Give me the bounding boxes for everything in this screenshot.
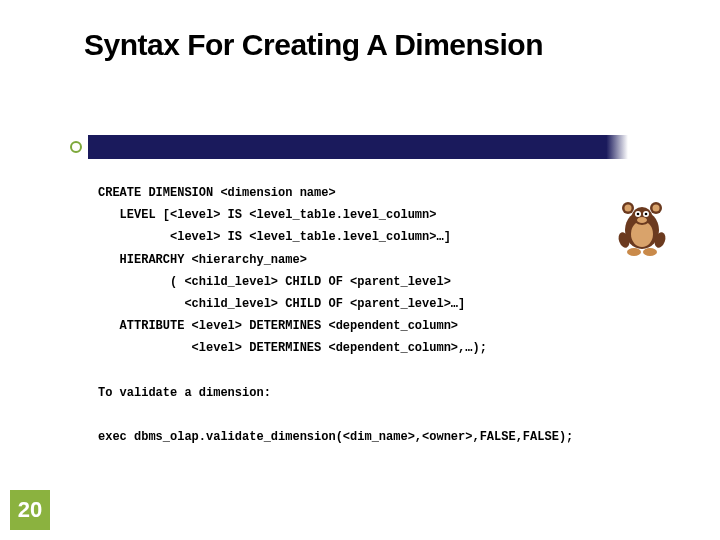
svg-point-4 <box>625 205 632 212</box>
bullet-icon <box>70 141 82 153</box>
page-number-badge: 20 <box>10 490 50 530</box>
svg-point-14 <box>627 248 641 256</box>
code-block: CREATE DIMENSION <dimension name> LEVEL … <box>98 182 573 448</box>
title-underline-bar <box>88 135 628 159</box>
svg-point-5 <box>653 205 660 212</box>
svg-point-9 <box>637 213 640 216</box>
svg-point-11 <box>637 217 647 223</box>
cartoon-character-icon <box>614 192 670 258</box>
slide-title: Syntax For Creating A Dimension <box>0 0 720 62</box>
svg-point-15 <box>643 248 657 256</box>
svg-point-10 <box>645 213 648 216</box>
